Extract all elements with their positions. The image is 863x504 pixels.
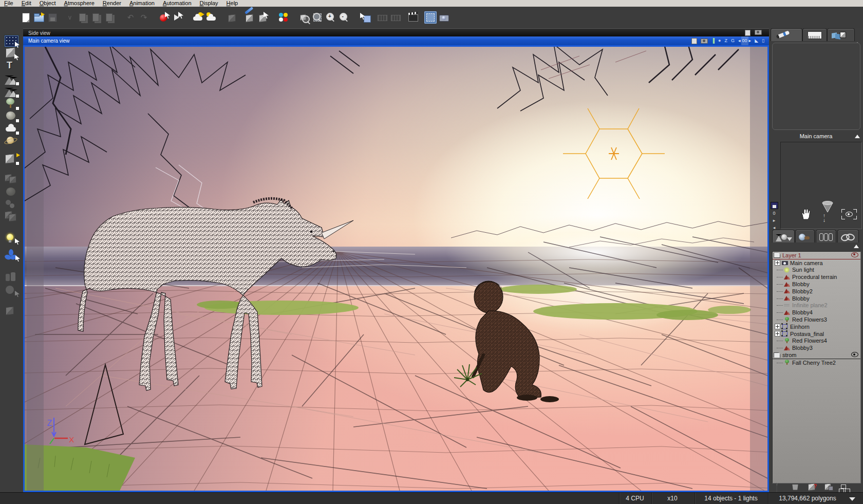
object-row[interactable]: Fall Cherry Tree2 (773, 359, 860, 366)
object-row[interactable]: Blobby (773, 295, 860, 302)
visibility-eye-icon[interactable] (851, 352, 858, 357)
camera-selector-header[interactable]: Main camera (771, 133, 861, 140)
objects-tab[interactable] (827, 28, 855, 41)
expand-icon[interactable] (775, 324, 780, 329)
world-browser-columns-tab[interactable] (816, 230, 836, 242)
planet-tool[interactable] (5, 135, 18, 146)
object-help-button[interactable]: ? (808, 483, 815, 490)
paint-tab[interactable] (771, 28, 802, 41)
vegetation-tool[interactable] (5, 98, 18, 109)
text-object-tool[interactable]: T (5, 60, 18, 71)
zoom-camera-button[interactable] (298, 11, 310, 24)
hierarchy-button[interactable] (841, 484, 846, 489)
look-at-icon[interactable] (841, 209, 857, 219)
menu-atmosphere[interactable]: Atmosphere (60, 0, 99, 7)
new-scene-button[interactable] (20, 11, 32, 24)
zoom-out-button[interactable]: - (338, 11, 350, 24)
main-camera-view-titlebar[interactable]: Main camera view ▐ ● Z G ◂00▸ ◣ ▯ (23, 36, 769, 45)
terrain-tool[interactable] (5, 73, 18, 85)
next-frame-icon[interactable]: ▸ (771, 218, 778, 223)
layer-icon (774, 252, 780, 258)
zero-button[interactable]: 0 (771, 211, 778, 216)
world-browser-objects-tab[interactable] (772, 230, 795, 242)
flag-icon[interactable]: ▐ (711, 36, 715, 45)
render-scene-button[interactable] (257, 11, 269, 24)
menu-object[interactable]: Object (35, 0, 60, 7)
object-row[interactable]: Blobby3 (773, 344, 860, 351)
render-options-button[interactable] (243, 11, 256, 24)
object-row[interactable]: Blobby (773, 281, 860, 288)
menu-edit[interactable]: Edit (17, 0, 35, 7)
list-scroll-up-icon[interactable] (854, 245, 859, 248)
world-browser-materials-tab[interactable] (795, 230, 815, 242)
save-view-icon[interactable] (771, 202, 778, 209)
visibility-eye-icon[interactable] (851, 252, 858, 257)
object-row[interactable]: Sun light (773, 267, 860, 274)
menu-animation[interactable]: Animation (125, 0, 159, 7)
render-animation-button[interactable] (407, 11, 419, 24)
status-dropdown-icon[interactable] (849, 497, 855, 501)
object-row[interactable]: Blobby4 (773, 309, 860, 316)
object-row[interactable]: Main camera (773, 259, 860, 267)
main-camera-viewport[interactable]: Z X (23, 45, 769, 492)
zoom-letter[interactable]: Z (725, 36, 728, 45)
procedural-terrain-tool[interactable] (5, 86, 18, 97)
marquee-select-tool[interactable] (5, 35, 18, 47)
collapse-toolbar-button[interactable]: v (64, 11, 76, 24)
object-row[interactable]: Infinite plane2 (773, 302, 860, 309)
delete-object-button[interactable] (792, 483, 799, 490)
infinite-plane-icon (784, 303, 790, 308)
frame-spinner[interactable]: ◂00▸ (738, 36, 751, 45)
menu-render[interactable]: Render (99, 0, 125, 7)
menu-file[interactable]: File (0, 0, 17, 7)
resize-corner-icon[interactable]: ◣ (755, 36, 758, 45)
rock-tool[interactable] (5, 110, 18, 122)
measure-tab[interactable] (802, 28, 827, 41)
import-object-tool[interactable] (5, 153, 18, 164)
atmosphere-editor-button[interactable] (192, 11, 204, 24)
light-tool[interactable] (5, 233, 18, 244)
snapshot-icon[interactable] (691, 38, 697, 44)
expand-icon[interactable] (775, 331, 780, 337)
pan-select-button[interactable] (359, 11, 371, 24)
pin-icon[interactable]: ▯ (762, 36, 764, 45)
zoom-in-button[interactable]: + (325, 11, 337, 24)
zoom-rectangle-button[interactable] (311, 11, 324, 24)
cloud-tool[interactable] (5, 123, 18, 134)
sun-light-gizmo[interactable] (563, 108, 665, 199)
grid-letter[interactable]: G (731, 36, 735, 45)
camera-preview[interactable]: ↑↓ (780, 142, 862, 229)
render-object-button[interactable] (158, 11, 171, 24)
object-row[interactable]: Procedural terrain (773, 273, 860, 281)
object-row[interactable]: Einhorn (773, 323, 860, 330)
viewport-scene[interactable]: Z X (25, 47, 767, 491)
save-object-button[interactable] (824, 483, 832, 490)
play-preview-button[interactable] (172, 11, 184, 24)
load-atmosphere-button[interactable] (205, 11, 218, 24)
open-scene-button[interactable] (33, 11, 45, 24)
layer-row[interactable]: strom (773, 351, 860, 359)
camera-cone-icon[interactable] (821, 200, 834, 213)
wind-tool[interactable] (5, 249, 18, 260)
layer-row[interactable]: Layer 1 (773, 252, 860, 259)
side-view-titlebar[interactable]: Side view (23, 28, 769, 37)
object-row[interactable]: Blobby2 (773, 288, 860, 295)
world-browser-links-tab[interactable] (837, 230, 859, 242)
render-region-button[interactable] (424, 11, 437, 24)
menu-help[interactable]: Help (222, 0, 242, 7)
pan-updown-icon[interactable]: ↑↓ (823, 213, 826, 222)
new-layer-button[interactable] (775, 483, 782, 490)
object-row[interactable]: Postava_final (773, 330, 860, 338)
camera-icon[interactable] (755, 30, 762, 35)
menu-automation[interactable]: Automation (159, 0, 196, 7)
object-row[interactable]: Red Flowers3 (773, 316, 860, 323)
brush-icon (245, 7, 253, 14)
camera-icon[interactable] (701, 39, 708, 44)
select-object-tool[interactable] (5, 48, 18, 59)
expand-icon[interactable] (775, 260, 780, 266)
snapshot-icon[interactable] (745, 30, 751, 36)
display-colors-button[interactable] (277, 11, 290, 24)
menu-display[interactable]: Display (196, 0, 222, 7)
final-render-button[interactable] (438, 11, 450, 24)
object-row[interactable]: Red Flowers4 (773, 338, 860, 345)
